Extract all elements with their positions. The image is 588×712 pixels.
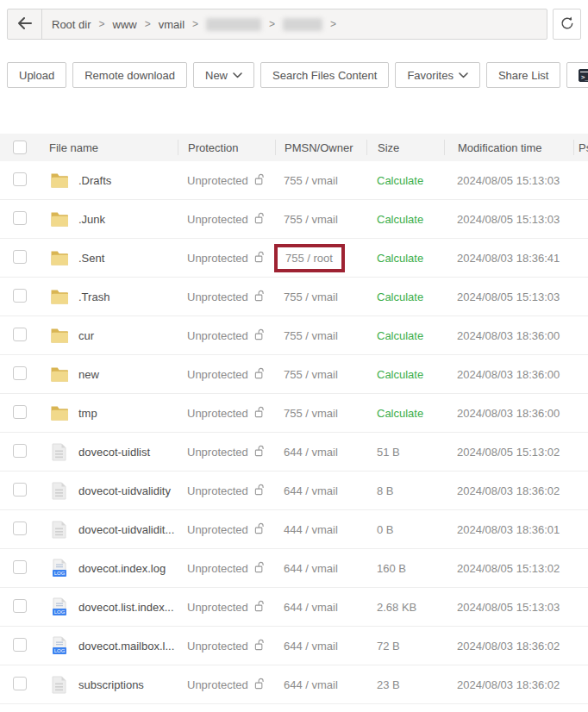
unlock-icon <box>254 251 266 265</box>
breadcrumb-item[interactable]: www <box>113 18 137 31</box>
log-file-icon: LOG <box>49 636 69 655</box>
row-checkbox[interactable] <box>13 172 27 186</box>
table-row[interactable]: LOG dovecot.index.log Unprotected 644 / … <box>0 549 588 588</box>
calculate-size-link[interactable]: Calculate <box>377 368 423 381</box>
header-file-name[interactable]: File name <box>34 140 178 155</box>
row-checkbox[interactable] <box>13 560 27 574</box>
header-modification-time[interactable]: Modification time <box>444 140 573 155</box>
unlock-icon <box>254 367 266 382</box>
terminal-button[interactable]: >_Terminal <box>566 62 588 88</box>
unlock-icon <box>254 484 266 498</box>
file-name[interactable]: .Trash <box>78 290 109 303</box>
upload-button[interactable]: Upload <box>7 62 66 88</box>
refresh-button[interactable] <box>553 9 581 40</box>
table-row[interactable]: .Sent Unprotected 755 / root Calculate 2… <box>0 239 588 278</box>
file-name[interactable]: new <box>78 368 99 381</box>
table-row[interactable]: .Trash Unprotected 755 / vmail Calculate… <box>0 278 588 316</box>
table-row[interactable]: dovecot-uidvalidit... Unprotected 444 / … <box>0 510 588 549</box>
unlock-icon <box>254 445 266 459</box>
file-icon <box>49 521 69 539</box>
protection-status: Unprotected <box>187 640 248 653</box>
modification-time: 2024/08/03 18:36:02 <box>444 678 573 691</box>
breadcrumb-item-redacted[interactable] <box>283 18 322 31</box>
new-button[interactable]: New <box>193 62 254 88</box>
table-row[interactable]: subscriptions Unprotected 644 / vmail 23… <box>0 665 588 704</box>
pmsn-owner: 755 / vmail <box>284 174 338 187</box>
file-name[interactable]: dovecot.list.index... <box>78 601 174 614</box>
pmsn-owner: 755 / vmail <box>284 368 338 381</box>
pmsn-owner: 755 / vmail <box>284 407 338 420</box>
breadcrumb-separator: > <box>99 18 105 30</box>
header-pmsn-owner[interactable]: PMSN/Owner <box>275 140 366 155</box>
file-name[interactable]: dovecot-uidlist <box>78 446 150 459</box>
table-row[interactable]: .Junk Unprotected 755 / vmail Calculate … <box>0 200 588 239</box>
chevron-down-icon <box>459 72 468 78</box>
table-row[interactable]: LOG dovecot.list.index... Unprotected 64… <box>0 588 588 627</box>
file-name[interactable]: tmp <box>78 407 97 420</box>
calculate-size-link[interactable]: Calculate <box>377 174 423 187</box>
file-name[interactable]: .Junk <box>78 213 105 226</box>
row-checkbox[interactable] <box>13 677 27 690</box>
file-name[interactable]: .Sent <box>78 252 104 265</box>
table-row[interactable]: dovecot-uidlist Unprotected 644 / vmail … <box>0 433 588 472</box>
file-name[interactable]: dovecot-uidvalidit... <box>78 523 174 536</box>
header-size[interactable]: Size <box>366 140 444 155</box>
header-ps[interactable]: Ps <box>573 140 588 155</box>
file-name[interactable]: dovecot.index.log <box>78 562 166 575</box>
row-checkbox[interactable] <box>13 599 27 613</box>
folder-icon <box>49 211 69 228</box>
protection-status: Unprotected <box>187 174 248 187</box>
header-protection[interactable]: Protection <box>178 140 275 155</box>
unlock-icon <box>254 522 266 537</box>
breadcrumb-separator: > <box>269 18 275 30</box>
remote-download-button[interactable]: Remote download <box>72 62 187 88</box>
breadcrumb-item-redacted[interactable] <box>206 18 261 31</box>
row-checkbox[interactable] <box>13 211 27 225</box>
row-checkbox[interactable] <box>13 289 27 303</box>
row-checkbox[interactable] <box>13 366 27 380</box>
protection-status: Unprotected <box>187 329 248 342</box>
file-name[interactable]: subscriptions <box>78 678 144 691</box>
select-all-checkbox[interactable] <box>13 141 27 154</box>
calculate-size-link[interactable]: Calculate <box>377 252 423 265</box>
file-name[interactable]: dovecot-uidvalidity <box>78 484 171 497</box>
row-checkbox[interactable] <box>13 444 27 458</box>
calculate-size-link[interactable]: Calculate <box>377 407 423 420</box>
row-checkbox[interactable] <box>13 250 27 264</box>
back-button[interactable] <box>8 9 42 39</box>
table-row[interactable]: new Unprotected 755 / vmail Calculate 20… <box>0 355 588 394</box>
button-label: New <box>205 69 228 82</box>
search-files-content-button[interactable]: Search Files Content <box>260 62 389 88</box>
log-file-icon: LOG <box>49 597 69 616</box>
pmsn-owner: 644 / vmail <box>284 484 338 497</box>
row-checkbox[interactable] <box>13 405 27 419</box>
table-row[interactable]: cur Unprotected 755 / vmail Calculate 20… <box>0 316 588 355</box>
row-checkbox[interactable] <box>13 522 27 535</box>
table-row[interactable]: dovecot-uidvalidity Unprotected 644 / vm… <box>0 472 588 510</box>
table-row[interactable]: tmp Unprotected 755 / vmail Calculate 20… <box>0 394 588 433</box>
breadcrumb-item[interactable]: vmail <box>159 18 185 31</box>
row-checkbox[interactable] <box>13 483 27 497</box>
file-name[interactable]: dovecot.mailbox.l... <box>78 640 174 653</box>
row-checkbox[interactable] <box>13 328 27 341</box>
pmsn-owner: 444 / vmail <box>284 523 338 536</box>
svg-text:>_: >_ <box>581 72 588 80</box>
calculate-size-link[interactable]: Calculate <box>377 213 423 226</box>
calculate-size-link[interactable]: Calculate <box>377 290 423 303</box>
breadcrumb-separator: > <box>330 18 336 30</box>
file-name[interactable]: cur <box>78 329 94 342</box>
svg-text:LOG: LOG <box>53 571 65 576</box>
calculate-size-link[interactable]: Calculate <box>377 329 423 342</box>
file-name[interactable]: .Drafts <box>78 174 111 187</box>
button-label: Share List <box>498 69 549 82</box>
table-row[interactable]: LOG dovecot.mailbox.l... Unprotected 644… <box>0 627 588 665</box>
share-list-button[interactable]: Share List <box>486 62 561 88</box>
breadcrumb-item[interactable]: Root dir <box>52 18 91 31</box>
favorites-button[interactable]: Favorites <box>395 62 479 88</box>
table-row[interactable]: .Drafts Unprotected 755 / vmail Calculat… <box>0 161 588 200</box>
folder-icon <box>49 172 69 189</box>
file-size: 2.68 KB <box>377 601 416 614</box>
pmsn-owner: 755 / vmail <box>284 329 338 342</box>
row-checkbox[interactable] <box>13 638 27 652</box>
protection-status: Unprotected <box>187 484 248 497</box>
